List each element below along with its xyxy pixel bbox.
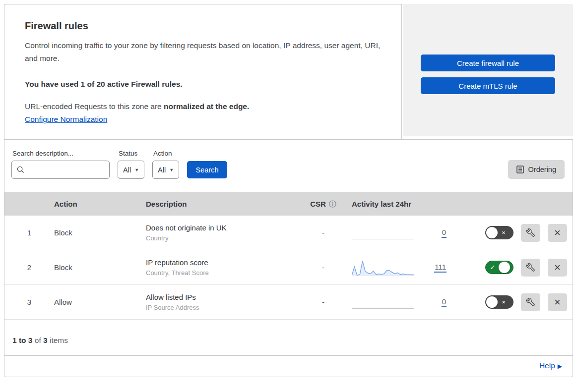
wrench-icon bbox=[526, 263, 535, 272]
close-icon: × bbox=[554, 297, 561, 308]
rule-priority: 2 bbox=[4, 263, 54, 272]
rule-csr: - bbox=[295, 263, 352, 272]
rule-action: Allow bbox=[54, 298, 146, 306]
csr-header-label: CSR bbox=[310, 200, 326, 208]
rule-description: IP reputation score bbox=[146, 257, 295, 269]
activity-cell: 0 bbox=[352, 223, 458, 243]
activity-cell: 0 bbox=[352, 292, 458, 312]
action-field-group: Action All ▼ bbox=[152, 150, 179, 179]
table-row: 1 Block Does not originate in UK Country… bbox=[4, 216, 573, 250]
close-icon: × bbox=[554, 262, 561, 273]
search-box[interactable] bbox=[11, 161, 110, 179]
normalization-note: URL-encoded Requests to this zone are no… bbox=[25, 102, 381, 111]
column-header-csr: CSR bbox=[295, 200, 352, 208]
items-of: of bbox=[32, 336, 43, 344]
configure-normalization-link[interactable]: Configure Normalization bbox=[25, 115, 107, 124]
rule-criteria: Country, Threat Score bbox=[146, 269, 295, 278]
delete-rule-button[interactable]: × bbox=[548, 224, 567, 242]
status-label: Status bbox=[119, 150, 144, 157]
enabled-toggle[interactable]: ✓ × bbox=[485, 261, 513, 274]
rule-description: Does not originate in UK bbox=[146, 223, 295, 234]
close-icon: × bbox=[554, 227, 561, 238]
page-title: Firewall rules bbox=[25, 20, 381, 32]
top-section: Firewall rules Control incoming traffic … bbox=[4, 4, 573, 139]
rules-panel: Search description... Status All ▼ Actio… bbox=[4, 139, 573, 377]
rule-description-cell: Does not originate in UK Country bbox=[146, 223, 295, 243]
search-label: Search description... bbox=[12, 150, 110, 157]
rule-criteria: IP Source Address bbox=[146, 303, 295, 312]
rule-action: Block bbox=[54, 263, 146, 272]
toggle-x-icon: × bbox=[498, 229, 510, 236]
activity-count-link[interactable]: 0 bbox=[442, 297, 447, 307]
rule-csr: - bbox=[295, 228, 352, 237]
rule-controls: ✓ × × bbox=[458, 293, 573, 311]
wrench-icon bbox=[526, 228, 535, 237]
column-header-activity: Activity last 24hr bbox=[352, 200, 458, 208]
activity-sparkline bbox=[352, 292, 414, 312]
column-header-description: Description bbox=[146, 200, 295, 208]
rule-priority: 3 bbox=[4, 298, 54, 306]
toggle-knob bbox=[499, 262, 510, 273]
column-header-action: Action bbox=[54, 200, 146, 208]
rule-controls: ✓ × × bbox=[458, 224, 573, 242]
action-dropdown[interactable]: All ▼ bbox=[152, 161, 179, 179]
delete-rule-button[interactable]: × bbox=[548, 259, 567, 277]
pagination-summary: 1 to 3 of 3 items bbox=[4, 320, 573, 356]
edit-rule-button[interactable] bbox=[521, 224, 540, 242]
toggle-x-icon: × bbox=[498, 298, 510, 306]
info-icon[interactable] bbox=[329, 200, 336, 208]
cta-panel: Create firewall rule Create mTLS rule bbox=[403, 4, 573, 139]
toggle-check-icon: ✓ bbox=[487, 264, 499, 271]
status-field-group: Status All ▼ bbox=[118, 150, 144, 179]
filter-bar: Search description... Status All ▼ Actio… bbox=[4, 140, 573, 192]
normalization-bold: normalized at the edge. bbox=[164, 102, 249, 111]
delete-rule-button[interactable]: × bbox=[548, 293, 567, 311]
create-mtls-rule-button[interactable]: Create mTLS rule bbox=[421, 77, 555, 94]
table-row: 3 Allow Allow listed IPs IP Source Addre… bbox=[4, 285, 573, 320]
table-row: 2 Block IP reputation score Country, Thr… bbox=[4, 250, 573, 285]
action-label: Action bbox=[153, 150, 179, 157]
wrench-icon bbox=[526, 298, 535, 306]
activity-sparkline bbox=[352, 258, 414, 278]
activity-sparkline bbox=[352, 223, 414, 243]
items-range: 1 to 3 bbox=[12, 336, 32, 344]
normalization-prefix: URL-encoded Requests to this zone are bbox=[25, 102, 164, 111]
search-input[interactable] bbox=[28, 166, 120, 174]
toggle-knob bbox=[486, 227, 498, 238]
intro-card: Firewall rules Control incoming traffic … bbox=[4, 4, 402, 139]
ordering-button-label: Ordering bbox=[528, 166, 556, 173]
firewall-rules-page: Firewall rules Control incoming traffic … bbox=[4, 4, 573, 377]
arrow-right-icon: ▶ bbox=[558, 363, 562, 370]
rules-table: Action Description CSR Activity last 24h… bbox=[4, 192, 573, 320]
rule-description: Allow listed IPs bbox=[146, 292, 295, 303]
status-dropdown-value: All bbox=[123, 166, 131, 174]
enabled-toggle[interactable]: ✓ × bbox=[485, 226, 513, 239]
rule-priority: 1 bbox=[4, 228, 54, 237]
rule-controls: ✓ × × bbox=[458, 259, 573, 277]
enabled-toggle[interactable]: ✓ × bbox=[485, 295, 513, 309]
page-description: Control incoming traffic to your zone by… bbox=[25, 39, 381, 65]
edit-rule-button[interactable] bbox=[521, 293, 540, 311]
search-icon bbox=[17, 166, 24, 173]
search-field-group: Search description... bbox=[11, 150, 110, 179]
rule-csr: - bbox=[295, 298, 352, 306]
help-footer: Help▶ bbox=[4, 356, 573, 377]
edit-rule-button[interactable] bbox=[521, 259, 540, 277]
help-link[interactable]: Help▶ bbox=[539, 361, 562, 370]
usage-summary: You have used 1 of 20 active Firewall ru… bbox=[25, 80, 381, 89]
rule-description-cell: IP reputation score Country, Threat Scor… bbox=[146, 257, 295, 278]
items-word: items bbox=[48, 336, 68, 344]
create-firewall-rule-button[interactable]: Create firewall rule bbox=[421, 55, 555, 71]
chevron-down-icon: ▼ bbox=[169, 168, 174, 172]
action-dropdown-value: All bbox=[158, 166, 166, 174]
activity-count-link[interactable]: 111 bbox=[434, 263, 447, 273]
ordering-list-icon bbox=[516, 166, 524, 173]
activity-count-link[interactable]: 0 bbox=[442, 228, 447, 238]
ordering-button[interactable]: Ordering bbox=[508, 160, 565, 179]
rule-action: Block bbox=[54, 228, 146, 237]
chevron-down-icon: ▼ bbox=[134, 168, 139, 172]
status-dropdown[interactable]: All ▼ bbox=[118, 161, 144, 179]
rule-criteria: Country bbox=[146, 234, 295, 243]
help-label: Help bbox=[539, 361, 555, 370]
search-button[interactable]: Search bbox=[187, 161, 227, 178]
